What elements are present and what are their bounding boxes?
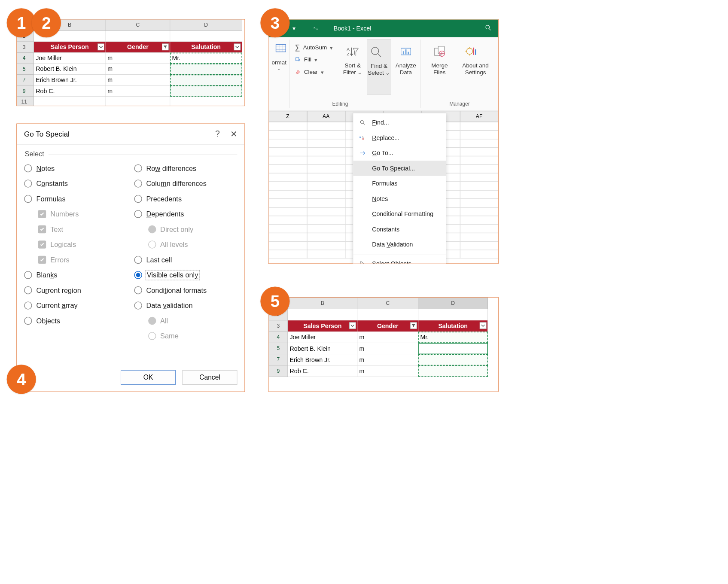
menu-item-select-objects[interactable]: Select Objects xyxy=(353,256,446,264)
grid-cell[interactable] xyxy=(460,233,498,241)
radio-blanks[interactable]: Blanks xyxy=(24,268,127,283)
menu-item-conditional-formatting[interactable]: Conditional Formatting xyxy=(353,207,446,222)
grid-cell[interactable] xyxy=(269,173,307,182)
cancel-button[interactable]: Cancel xyxy=(183,370,238,385)
table-cell[interactable]: m xyxy=(106,52,170,64)
col-header-c[interactable]: C xyxy=(106,20,170,31)
table-cell[interactable]: Robert B. Klein xyxy=(288,343,357,354)
table-cell-selected[interactable]: Mr. xyxy=(418,332,488,343)
table-cell[interactable]: m xyxy=(357,332,418,343)
radio-current-array[interactable]: Current array xyxy=(24,298,127,313)
radio-conditional-formats[interactable]: Conditional formats xyxy=(134,283,237,298)
grid-cell[interactable] xyxy=(269,182,307,190)
row-header[interactable]: 9 xyxy=(16,85,34,97)
grid-cell[interactable] xyxy=(269,216,307,225)
grid-cell[interactable] xyxy=(307,122,345,131)
table-cell[interactable]: m xyxy=(106,85,170,97)
filter-icon[interactable] xyxy=(97,44,104,51)
row-header[interactable]: 5 xyxy=(16,64,34,75)
radio-column-differences[interactable]: Column differences xyxy=(134,176,237,192)
col-header-d[interactable]: D xyxy=(418,298,488,309)
filter-active-icon[interactable] xyxy=(162,44,169,51)
grid-cell[interactable] xyxy=(269,190,307,199)
table-cell[interactable]: m xyxy=(357,365,418,377)
row-header[interactable]: 5 xyxy=(269,343,288,354)
grid-cell[interactable] xyxy=(460,122,498,131)
filter-icon[interactable] xyxy=(480,322,487,329)
grid-cell[interactable] xyxy=(460,131,498,139)
radio-current-region[interactable]: Current region xyxy=(24,283,127,298)
row-header[interactable]: 4 xyxy=(16,52,34,64)
col-header-d[interactable]: D xyxy=(170,20,242,31)
table-cell[interactable]: m xyxy=(106,64,170,75)
help-icon[interactable]: ? xyxy=(215,129,220,139)
grid-cell[interactable] xyxy=(307,207,345,216)
col-header-b[interactable]: B xyxy=(288,298,357,309)
radio-data-validation[interactable]: Data validation xyxy=(134,298,237,313)
menu-item-replace[interactable]: abReplace... xyxy=(353,130,446,146)
table-cell[interactable]: Joe Miller xyxy=(288,332,357,343)
row-header[interactable]: 3 xyxy=(269,320,288,332)
grid-cell[interactable] xyxy=(460,173,498,182)
grid-cell[interactable] xyxy=(307,199,345,207)
grid-cell[interactable] xyxy=(460,190,498,199)
menu-item-notes[interactable]: Notes xyxy=(353,191,446,207)
grid-cell[interactable] xyxy=(307,164,345,173)
radio-notes[interactable]: Notes xyxy=(24,161,127,176)
grid-cell[interactable] xyxy=(460,241,498,250)
radio-dependents[interactable]: Dependents xyxy=(134,207,237,222)
row-header[interactable]: 7 xyxy=(269,354,288,365)
row-header[interactable]: 3 xyxy=(16,42,34,53)
grid-cell[interactable] xyxy=(269,250,307,259)
filter-active-icon[interactable] xyxy=(410,322,417,329)
radio-formulas[interactable]: Formulas xyxy=(24,191,127,207)
grid-cell[interactable] xyxy=(460,250,498,259)
grid-cell[interactable] xyxy=(460,199,498,207)
table-cell[interactable]: Robert B. Klein xyxy=(34,64,106,75)
table-cell-selected[interactable] xyxy=(418,365,488,377)
table-cell[interactable]: Rob C. xyxy=(34,85,106,97)
filter-icon[interactable] xyxy=(234,44,241,51)
grid-cell[interactable] xyxy=(460,164,498,173)
format-icon[interactable] xyxy=(272,40,290,58)
grid-cell[interactable] xyxy=(307,190,345,199)
grid-cell[interactable] xyxy=(269,241,307,250)
ok-button[interactable]: OK xyxy=(121,370,176,385)
table-cell-active[interactable]: Mr. xyxy=(170,52,242,64)
grid-cell[interactable] xyxy=(307,131,345,139)
table-cell[interactable]: Rob C. xyxy=(288,365,357,377)
row-header[interactable]: 9 xyxy=(269,365,288,377)
col-header[interactable]: AF xyxy=(460,111,498,122)
table-cell[interactable]: m xyxy=(357,343,418,354)
grid-cell[interactable] xyxy=(307,216,345,225)
table-cell[interactable]: Joe Miller xyxy=(34,52,106,64)
grid-cell[interactable] xyxy=(269,207,307,216)
grid-cell[interactable] xyxy=(307,182,345,190)
grid-cell[interactable] xyxy=(269,164,307,173)
grid-cell[interactable] xyxy=(460,207,498,216)
grid-cell[interactable] xyxy=(269,122,307,131)
grid-cell[interactable] xyxy=(307,241,345,250)
menu-item-formulas[interactable]: Formulas xyxy=(353,176,446,192)
radio-row-differences[interactable]: Row differences xyxy=(134,161,237,176)
grid-cell[interactable] xyxy=(307,250,345,259)
table-cell[interactable]: m xyxy=(106,75,170,86)
row-header[interactable]: 4 xyxy=(269,332,288,343)
grid-cell[interactable] xyxy=(460,139,498,148)
grid-cell[interactable] xyxy=(460,216,498,225)
table-cell[interactable]: Erich Brown Jr. xyxy=(288,354,357,365)
row-header[interactable]: 11 xyxy=(16,97,34,106)
table-cell-active[interactable] xyxy=(418,343,488,354)
grid-cell[interactable] xyxy=(307,173,345,182)
close-icon[interactable]: ✕ xyxy=(230,129,237,139)
menu-item-data-validation[interactable]: Data Validation xyxy=(353,237,446,252)
table-cell[interactable]: m xyxy=(357,354,418,365)
about-settings-icon[interactable] xyxy=(462,43,481,61)
analyze-icon[interactable] xyxy=(396,43,415,61)
search-icon[interactable] xyxy=(485,24,492,32)
col-header[interactable]: Z xyxy=(269,111,307,122)
radio-objects[interactable]: Objects xyxy=(24,313,127,328)
grid-cell[interactable] xyxy=(269,156,307,165)
sort-filter-icon[interactable]: AZ xyxy=(343,43,362,61)
table-cell-selected[interactable] xyxy=(170,85,242,97)
